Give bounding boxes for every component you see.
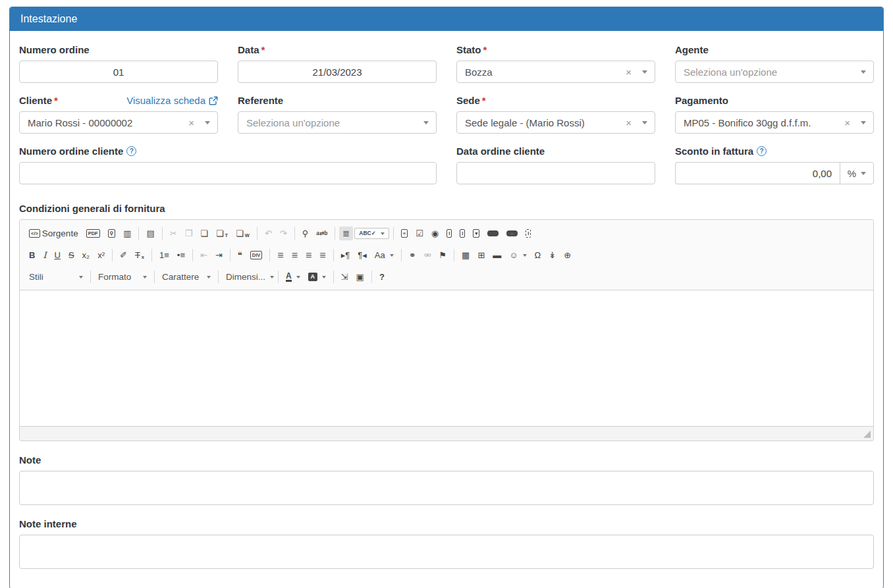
paste-icon: ❏ — [200, 229, 208, 238]
find-button[interactable]: ⚲ — [299, 227, 312, 240]
sconto-in-fattura-input[interactable] — [675, 162, 840, 184]
bidi-ltr-button[interactable]: ▸¶ — [338, 248, 354, 262]
table-button[interactable]: ⊞ — [474, 248, 488, 262]
replace-icon: a⇄b — [316, 230, 327, 236]
align-right-button[interactable]: ≡ — [302, 248, 315, 263]
help-icon[interactable]: ? — [757, 146, 767, 156]
select-all-button[interactable]: ≣ — [339, 227, 353, 240]
anchor-icon: ⚑ — [439, 251, 447, 259]
checkbox-button[interactable]: ☑ — [412, 227, 427, 240]
sconto-unit-select[interactable]: % — [840, 162, 874, 184]
italic-button[interactable]: I — [40, 248, 49, 262]
link-button[interactable]: ⚭ — [406, 248, 419, 262]
toolbar-separator — [90, 271, 91, 283]
required-marker: * — [483, 44, 487, 55]
strikethrough-button[interactable]: S — [65, 248, 78, 262]
referente-select[interactable]: Seleziona un'opzione — [238, 111, 437, 134]
smiley-button[interactable]: ☺ — [506, 248, 529, 262]
button-field-button[interactable] — [484, 228, 502, 239]
image-button-button[interactable]: ∙∙ — [503, 228, 521, 239]
pagamento-select[interactable]: MP05 - Bonifico 30gg d.f.f.m. × — [675, 111, 874, 134]
font-dropdown[interactable]: Carattere — [159, 269, 214, 284]
clear-icon[interactable]: × — [844, 118, 850, 128]
subscript-button[interactable]: x₂ — [79, 248, 94, 262]
styles-dropdown[interactable]: Stili — [26, 269, 86, 284]
export-pdf-button[interactable]: PDF — [83, 227, 103, 241]
form-row-1: Numero ordine Data* Stato* Bozza × Agent… — [19, 44, 874, 83]
numbered-list-button[interactable]: 1≡ — [156, 248, 173, 262]
maximize-button[interactable]: ⇲ — [338, 270, 352, 284]
superscript-button[interactable]: x² — [94, 248, 108, 262]
toolbar-separator — [230, 249, 230, 261]
hidden-field-button[interactable]: I — [522, 227, 534, 241]
bold-button[interactable]: B — [26, 248, 38, 262]
resize-handle-icon[interactable] — [863, 431, 871, 438]
agente-select[interactable]: Seleziona un'opzione — [675, 61, 874, 83]
special-char-button[interactable]: Ω — [531, 248, 545, 262]
editor-content-area[interactable] — [20, 290, 873, 426]
div-container-button[interactable]: DIV — [247, 248, 266, 263]
toolbar-row: </>SorgentePDF⚲▥▤✂❐❏❏T❏W↶↷⚲a⇄b≣ABC✓≡☑◉II… — [22, 223, 871, 244]
link-icon: ⚭ — [409, 251, 416, 259]
form-button[interactable]: ≡ — [398, 227, 411, 241]
iframe-button[interactable]: ⊕ — [560, 248, 574, 262]
align-justify-button[interactable]: ≡ — [316, 248, 329, 263]
textarea-button[interactable]: I — [456, 227, 468, 241]
clear-icon[interactable]: × — [626, 118, 632, 128]
numero-ordine-cliente-input[interactable] — [19, 162, 437, 184]
stato-select[interactable]: Bozza × — [456, 61, 655, 83]
font-size-dropdown[interactable]: Dimensi... — [223, 269, 274, 284]
select-field-icon: ▾ — [473, 229, 479, 238]
image-button[interactable]: ▦ — [458, 248, 473, 262]
indent-button[interactable]: ⇥ — [212, 248, 226, 262]
visualizza-scheda-link[interactable]: Visualizza scheda — [126, 95, 218, 106]
source-button[interactable]: </>Sorgente — [26, 226, 82, 241]
help-icon[interactable]: ? — [126, 146, 136, 156]
note-textarea[interactable] — [19, 471, 874, 505]
pagamento-label: Pagamento — [675, 95, 728, 106]
replace-button[interactable]: a⇄b — [313, 228, 331, 239]
text-color-button[interactable]: A — [283, 269, 304, 284]
remove-format-button[interactable]: Tx — [132, 248, 148, 262]
clear-icon[interactable]: × — [188, 118, 194, 128]
paste-button[interactable]: ❏ — [197, 227, 211, 240]
paste-word-button[interactable]: ❏W — [232, 227, 253, 240]
numero-ordine-input[interactable] — [19, 61, 218, 83]
align-center-button[interactable]: ≡ — [288, 248, 301, 263]
language-button[interactable]: Aa — [371, 248, 397, 262]
align-left-button[interactable]: ≡ — [274, 248, 286, 263]
data-input[interactable] — [238, 61, 437, 83]
copy-formatting-button[interactable]: ✐ — [117, 248, 130, 262]
toolbar-separator — [138, 227, 139, 240]
templates-button[interactable]: ▤ — [143, 227, 157, 240]
numero-ordine-cliente-label: Numero ordine cliente — [19, 146, 123, 157]
anchor-button[interactable]: ⚑ — [435, 248, 450, 262]
show-blocks-button[interactable]: ▣ — [353, 270, 367, 284]
field-data: Data* — [238, 44, 437, 83]
toolbar-separator — [278, 271, 279, 283]
spellcheck-button[interactable]: ABC✓ — [354, 228, 389, 239]
print-button[interactable]: ▥ — [120, 227, 134, 240]
horizontal-rule-button[interactable]: ▬ — [489, 248, 504, 262]
paste-text-button[interactable]: ❏T — [213, 227, 231, 240]
about-button[interactable]: ? — [376, 270, 388, 284]
chevron-down-icon — [143, 276, 147, 279]
cliente-select[interactable]: Mario Rossi - 00000002 × — [19, 111, 218, 134]
bg-color-button[interactable]: A — [305, 270, 329, 284]
data-ordine-cliente-input[interactable] — [456, 162, 655, 184]
page-break-button[interactable]: ↡ — [545, 248, 559, 262]
underline-button[interactable]: U — [51, 248, 64, 262]
sede-select[interactable]: Sede legale - (Mario Rossi) × — [456, 111, 655, 134]
select-field-button[interactable]: ▾ — [470, 227, 483, 241]
text-field-button[interactable]: I — [443, 227, 455, 241]
radio-button[interactable]: ◉ — [428, 227, 442, 240]
format-dropdown[interactable]: Formato — [95, 269, 150, 284]
preview-button[interactable]: ⚲ — [105, 227, 119, 241]
bulleted-list-button[interactable]: •≡ — [174, 248, 188, 262]
blockquote-button[interactable]: ❝ — [234, 248, 246, 262]
clear-icon[interactable]: × — [626, 67, 632, 77]
note-interne-textarea[interactable] — [19, 535, 874, 569]
subscript-icon: x₂ — [82, 251, 90, 259]
iframe-icon: ⊕ — [564, 251, 571, 259]
bidi-rtl-button[interactable]: ¶◂ — [354, 248, 370, 262]
